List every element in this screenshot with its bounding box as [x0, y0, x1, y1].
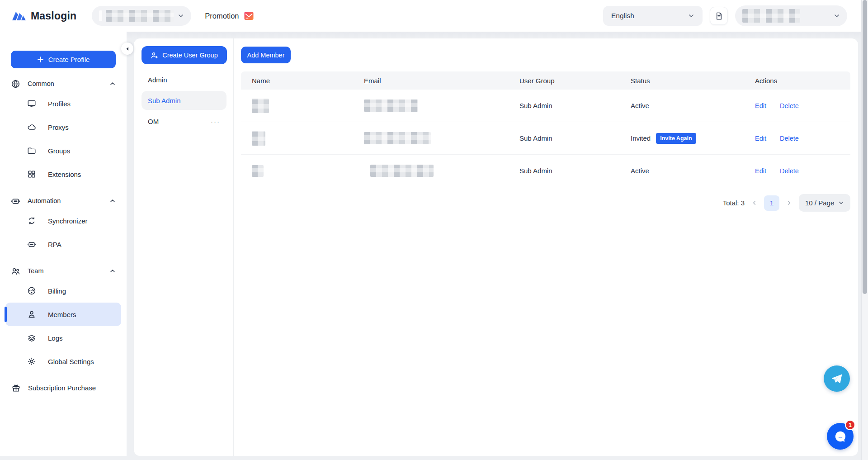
- member-user-group: Sub Admin: [509, 102, 620, 109]
- sidebar-item-proxys[interactable]: Proxys: [0, 115, 127, 139]
- item-label: Profiles: [48, 100, 71, 108]
- section-label: Automation: [28, 197, 61, 204]
- table-row: Sub Admin Active Edit Delete: [241, 155, 850, 187]
- sidebar-section-team[interactable]: Team: [0, 263, 127, 279]
- sidebar-item-subscription-purchase[interactable]: Subscription Purchase: [0, 379, 127, 396]
- col-actions: Actions: [744, 77, 850, 85]
- pagination: Total: 3 1 10 / Page: [241, 194, 850, 212]
- chevron-down-icon: [834, 13, 840, 19]
- sidebar-collapse-button[interactable]: [121, 43, 133, 55]
- sidebar-item-billing[interactable]: Billing: [0, 279, 127, 303]
- sidebar-section-automation[interactable]: Automation: [0, 193, 127, 209]
- item-label: RPA: [48, 241, 61, 248]
- table-header: Name Email User Group Status Actions: [241, 71, 850, 90]
- person-icon: [27, 310, 36, 319]
- docs-button[interactable]: [710, 7, 728, 25]
- delete-link[interactable]: Delete: [780, 167, 799, 175]
- create-user-group-button[interactable]: Create User Group: [142, 46, 227, 64]
- chevron-down-icon: [688, 13, 694, 19]
- item-label: Subscription Purchase: [28, 384, 96, 392]
- col-email: Email: [353, 77, 509, 85]
- gear-icon: [27, 357, 36, 366]
- create-profile-button[interactable]: Create Profile: [11, 51, 116, 68]
- item-label: Synchronizer: [48, 217, 88, 225]
- workspace-select[interactable]: [92, 6, 191, 26]
- promotion-label: Promotion: [205, 12, 239, 20]
- member-email-redacted: [370, 165, 434, 177]
- group-item-om[interactable]: OM ···: [142, 112, 226, 131]
- top-bar: Maslogin Promotion: [0, 0, 868, 32]
- robot-icon: [11, 196, 20, 206]
- robot-icon: [27, 240, 36, 249]
- create-user-group-label: Create User Group: [162, 52, 218, 59]
- scrollbar-thumb[interactable]: [863, 0, 867, 294]
- next-page-button[interactable]: [786, 200, 792, 206]
- sidebar-item-logs[interactable]: Logs: [0, 326, 127, 350]
- member-email-redacted: [364, 100, 418, 112]
- page-number-button[interactable]: 1: [764, 195, 779, 211]
- top-bar-right: English: [603, 5, 847, 26]
- edit-link[interactable]: Edit: [755, 167, 766, 175]
- workspace-name-redacted: [106, 10, 174, 22]
- sidebar-item-synchronizer[interactable]: Synchronizer: [0, 209, 127, 232]
- language-label: English: [611, 12, 634, 20]
- grid-icon: [27, 170, 36, 179]
- scrollbar-track[interactable]: [861, 0, 868, 460]
- delete-link[interactable]: Delete: [780, 102, 799, 109]
- sidebar-item-members[interactable]: Members: [5, 303, 121, 326]
- col-status: Status: [620, 77, 744, 85]
- workspace-avatar: [99, 10, 102, 21]
- chevron-up-icon: [109, 198, 116, 204]
- member-status: Invited: [631, 134, 651, 142]
- sidebar-item-profiles[interactable]: Profiles: [0, 92, 127, 115]
- group-item-sub-admin[interactable]: Sub Admin: [142, 91, 226, 110]
- delete-link[interactable]: Delete: [780, 135, 799, 142]
- gauge-icon: [27, 286, 36, 295]
- chat-notification-badge: 1: [845, 420, 855, 430]
- member-user-group: Sub Admin: [509, 167, 620, 175]
- gift-icon: [11, 383, 21, 393]
- members-panel: Add Member Name Email User Group Status …: [234, 38, 858, 456]
- promotion-envelope-icon: [243, 10, 255, 21]
- page-size-label: 10 / Page: [805, 199, 834, 207]
- item-label: Logs: [48, 334, 63, 342]
- table-row: Sub Admin Active Edit Delete: [241, 90, 850, 122]
- group-item-admin[interactable]: Admin: [142, 70, 226, 89]
- member-name-redacted: [252, 165, 264, 177]
- plus-icon: [37, 56, 44, 63]
- telegram-button[interactable]: [824, 365, 850, 392]
- item-label: Global Settings: [48, 358, 94, 365]
- app-root: Maslogin Promotion: [0, 0, 868, 460]
- brand-name: Maslogin: [31, 10, 76, 22]
- group-label: OM: [148, 118, 159, 125]
- promotion-link[interactable]: Promotion: [205, 10, 255, 21]
- chat-bubble-icon: [833, 429, 848, 444]
- sidebar-item-rpa[interactable]: RPA: [0, 232, 127, 256]
- sidebar-section-common[interactable]: Common: [0, 76, 127, 92]
- group-label: Sub Admin: [148, 97, 181, 104]
- folder-icon: [27, 146, 36, 155]
- edit-link[interactable]: Edit: [755, 102, 766, 109]
- item-label: Groups: [48, 147, 70, 155]
- edit-link[interactable]: Edit: [755, 135, 766, 142]
- invite-again-button[interactable]: Invite Again: [656, 133, 696, 144]
- language-select[interactable]: English: [603, 6, 703, 26]
- brand-logo: Maslogin: [12, 10, 76, 22]
- sidebar-item-extensions[interactable]: Extensions: [0, 162, 127, 186]
- sync-icon: [27, 216, 36, 225]
- item-label: Extensions: [48, 171, 81, 178]
- user-menu[interactable]: [735, 5, 847, 26]
- sidebar: Create Profile Common Profiles: [0, 32, 127, 456]
- sidebar-item-groups[interactable]: Groups: [0, 139, 127, 162]
- sidebar-item-global-settings[interactable]: Global Settings: [0, 350, 127, 373]
- user-name-redacted: [742, 9, 800, 23]
- member-user-group: Sub Admin: [509, 134, 620, 142]
- prev-page-button[interactable]: [751, 200, 757, 206]
- page-size-select[interactable]: 10 / Page: [799, 194, 850, 212]
- group-menu-icon[interactable]: ···: [211, 118, 220, 125]
- col-name: Name: [241, 77, 353, 85]
- chevron-down-icon: [178, 13, 184, 19]
- cloud-icon: [27, 123, 36, 132]
- add-member-button[interactable]: Add Member: [241, 47, 291, 63]
- member-status: Active: [620, 167, 744, 175]
